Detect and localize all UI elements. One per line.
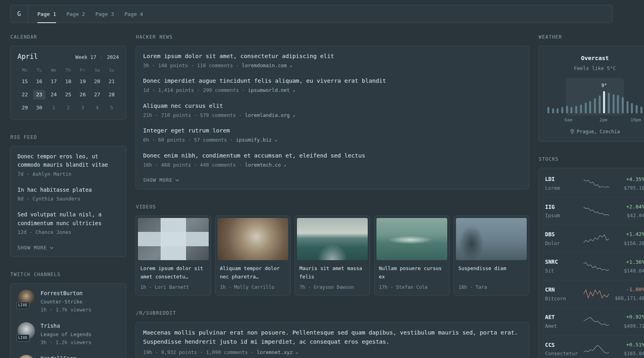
video-card[interactable]: Nullam posuere cursus ex17h · Stefan Col…: [374, 216, 450, 296]
weather-bar-fill: [552, 108, 554, 113]
rss-widget: RSS FEED Donec tempor eros leo, ut commo…: [10, 134, 126, 257]
chevron-down-icon: [175, 179, 179, 181]
video-card[interactable]: Suspendisse diam18h · Tara: [454, 216, 529, 296]
hn-item-title[interactable]: Integer eget rutrum lorem: [143, 126, 522, 135]
calendar-widget-title: CALENDAR: [10, 34, 126, 41]
chevron-down-icon: [50, 247, 54, 249]
weather-bar: [557, 80, 559, 113]
stock-row[interactable]: DBSDolor+1.42%$156.28: [544, 225, 644, 252]
stock-id: CRNBitcorn: [545, 286, 581, 302]
rss-item-title[interactable]: Sed volutpat nulla nisl, a condimentum n…: [17, 210, 119, 228]
weather-bar-fill: [603, 91, 605, 113]
stock-symbol: SNRC: [545, 258, 581, 266]
hn-item-title[interactable]: Lorem ipsum dolor sit amet, consectetur …: [143, 52, 522, 61]
video-card[interactable]: Mauris sit amet massa felis7h · Grayson …: [295, 216, 370, 296]
subreddit-post-domain[interactable]: loremnet.xyz ↗: [257, 349, 298, 355]
hn-item-domain[interactable]: loremdomain.com ↗: [242, 62, 292, 68]
hn-item-meta: 16h · 468 points · 440 comments · loremt…: [143, 161, 522, 169]
video-thumbnail: [376, 218, 447, 260]
hn-show-more-button[interactable]: SHOW MORE: [143, 176, 179, 183]
weather-peak-temp: 9°: [601, 82, 607, 89]
hn-item-title[interactable]: Donec enim nibh, condimentum et accumsan…: [143, 152, 522, 160]
weather-bar: [585, 80, 587, 113]
weather-bar-fill: [627, 101, 628, 113]
right-column: WEATHER Overcast Feels like 5°C 9° 6am2p…: [538, 34, 644, 358]
weather-bar-fill: [561, 107, 563, 113]
calendar-grid: MoTuWeThFrSaSu15161718192021222324252627…: [17, 67, 119, 113]
stock-price: $42.04: [611, 212, 644, 219]
weather-bar-fill: [608, 93, 610, 113]
stocks-card: LDILorem+4.35%$795.18IIGIpsum+2.84%$42.0…: [538, 168, 644, 358]
sparkline-chart: [584, 206, 609, 216]
calendar-day-of-week: Tu: [37, 67, 42, 73]
stock-row[interactable]: SNRCSit+1.36%$148.64: [544, 252, 644, 280]
nav-tabs: Page 1Page 2Page 3Page 4: [28, 5, 152, 23]
stock-sparkline: [584, 178, 609, 189]
weather-card: Overcast Feels like 5°C 9° 6am2pm10pm Pr…: [538, 46, 644, 142]
stock-name: Consectetur: [545, 350, 581, 357]
hn-item: Donec imperdiet augue tincidunt felis al…: [143, 77, 522, 94]
weather-location-row: Prague, Czechia: [545, 128, 644, 135]
stock-row[interactable]: LDILorem+4.35%$795.18: [544, 170, 644, 197]
twitch-list: LIVEForrestBurtonCounter-Strike1h · 1.7k…: [17, 290, 119, 358]
calendar-day: 1: [48, 103, 60, 113]
stock-price: $66,171.48: [611, 295, 644, 302]
weather-bar: [570, 80, 572, 113]
rss-show-more-button[interactable]: SHOW MORE: [17, 244, 54, 251]
stock-change: +1.36%: [611, 259, 644, 266]
stock-symbol: AET: [545, 313, 581, 321]
weather-widget: WEATHER Overcast Feels like 5°C 9° 6am2p…: [538, 34, 644, 142]
twitch-channel[interactable]: LIVEForrestBurtonCounter-Strike1h · 1.7k…: [17, 290, 119, 314]
hn-item-domain[interactable]: ipsumify.biz ↗: [236, 137, 277, 143]
calendar-day: 28: [106, 90, 118, 99]
weather-bar-fill: [613, 94, 615, 113]
tab-page-1[interactable]: Page 1: [32, 5, 61, 23]
tab-page-4[interactable]: Page 4: [119, 5, 148, 23]
rss-widget-title: RSS FEED: [10, 134, 126, 141]
tab-page-2[interactable]: Page 2: [61, 5, 90, 23]
hn-item: Integer eget rutrum lorem6h · 60 points …: [143, 126, 522, 144]
weather-bar-fill: [594, 98, 596, 113]
hn-item-title[interactable]: Donec imperdiet augue tincidunt felis al…: [143, 77, 522, 86]
hackernews-widget-title: HACKER NEWS: [136, 34, 529, 41]
twitch-channel[interactable]: LIVETrishaLeague of Legends3h · 1.2k vie…: [17, 322, 119, 346]
hn-item-title[interactable]: Aliquam nec cursus elit: [143, 102, 522, 111]
calendar-day: 27: [91, 90, 103, 99]
subreddit-post-title[interactable]: Maecenas mollis pulvinar erat non posuer…: [143, 328, 522, 346]
stock-row[interactable]: IIGIpsum+2.84%$42.04: [544, 197, 644, 225]
hn-list: Lorem ipsum dolor sit amet, consectetur …: [143, 52, 522, 169]
video-thumbnail: [456, 218, 527, 260]
rss-item-title[interactable]: Donec tempor eros leo, ut commodo mauris…: [17, 152, 119, 169]
external-link-icon: ↗: [293, 113, 295, 118]
video-meta: 1h · Lori Barnett: [140, 284, 206, 291]
calendar-day: 19: [77, 77, 89, 86]
stock-row[interactable]: AETAmet+0.92%$499.72: [544, 307, 644, 335]
video-meta: 18h · Tara: [458, 284, 524, 291]
stock-price: $499.72: [611, 323, 644, 330]
live-badge: LIVE: [16, 335, 29, 342]
tab-page-3[interactable]: Page 3: [90, 5, 119, 23]
twitch-widget: TWITCH CHANNELS LIVEForrestBurtonCounter…: [10, 271, 126, 358]
twitch-channel[interactable]: LIVEKendallCarr: [17, 355, 119, 358]
subreddit-card: Maecenas mollis pulvinar erat non posuer…: [136, 322, 529, 358]
video-thumbnail: [217, 218, 288, 260]
stock-symbol: DBS: [545, 231, 581, 238]
hn-item: Aliquam nec cursus elit21h · 710 points …: [143, 102, 522, 119]
rss-item-title[interactable]: In hac habitasse platea: [17, 186, 119, 195]
video-card[interactable]: Lorem ipsum dolor sit amet consectetu…1h…: [136, 216, 211, 296]
hn-item-domain[interactable]: loremlandia.org ↗: [245, 112, 295, 118]
calendar-day: 2: [62, 103, 74, 113]
stock-sparkline: [584, 206, 609, 216]
calendar-day-of-week: Fr: [80, 67, 85, 73]
stock-name: Dolor: [545, 240, 581, 247]
hn-item-domain[interactable]: ipsumworld.net ↗: [248, 87, 295, 93]
hn-item-info: 1d · 1,414 points · 299 comments ·: [143, 87, 248, 93]
video-card[interactable]: Aliquam tempor dolor nec pharetra…1h · M…: [215, 216, 291, 296]
hn-item-domain[interactable]: loremtech.co ↗: [245, 162, 286, 168]
stock-row[interactable]: CRNBitcorn-1.00%$66,171.48: [544, 280, 644, 307]
twitch-avatar-wrap: LIVE: [17, 322, 35, 340]
stocks-widget-title: STOCKS: [539, 156, 644, 163]
stock-row[interactable]: CCSConsectetur+0.51%$165.84: [544, 335, 644, 358]
weather-bar-fill: [580, 105, 582, 113]
subreddit-list: Maecenas mollis pulvinar erat non posuer…: [143, 328, 522, 356]
